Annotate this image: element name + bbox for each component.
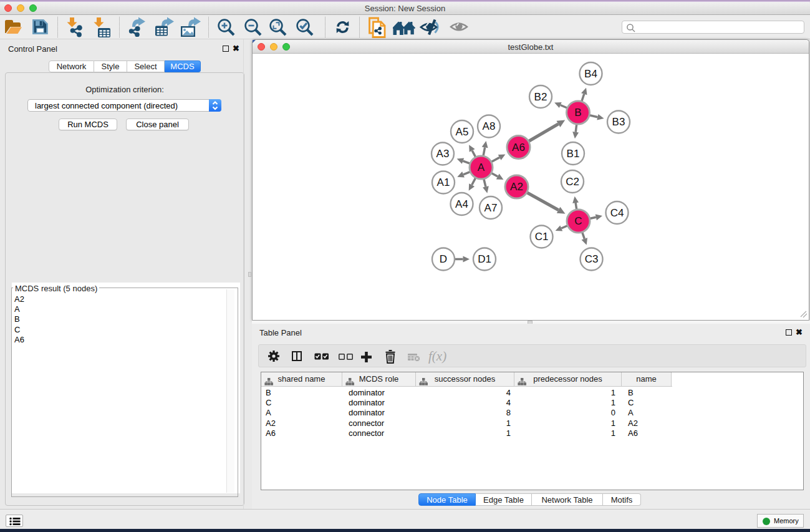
svg-text:B2: B2	[534, 91, 547, 103]
svg-text:C2: C2	[566, 176, 579, 188]
svg-text:C3: C3	[585, 253, 599, 265]
svg-text:B3: B3	[612, 116, 625, 128]
svg-text:B: B	[574, 107, 581, 118]
svg-text:C4: C4	[610, 207, 624, 219]
svg-text:D: D	[440, 253, 447, 265]
svg-text:A5: A5	[456, 126, 469, 138]
svg-text:D1: D1	[478, 253, 491, 265]
svg-text:A8: A8	[483, 120, 496, 132]
svg-text:B4: B4	[584, 68, 597, 80]
svg-text:C1: C1	[535, 231, 549, 243]
svg-text:A4: A4	[455, 198, 468, 210]
svg-text:A: A	[478, 162, 485, 173]
svg-text:A7: A7	[485, 202, 498, 214]
svg-text:A1: A1	[437, 177, 450, 188]
svg-text:A2: A2	[510, 181, 523, 193]
svg-text:B1: B1	[567, 148, 580, 160]
svg-text:C: C	[574, 215, 582, 227]
svg-text:A3: A3	[436, 148, 450, 160]
svg-text:A6: A6	[512, 142, 525, 153]
